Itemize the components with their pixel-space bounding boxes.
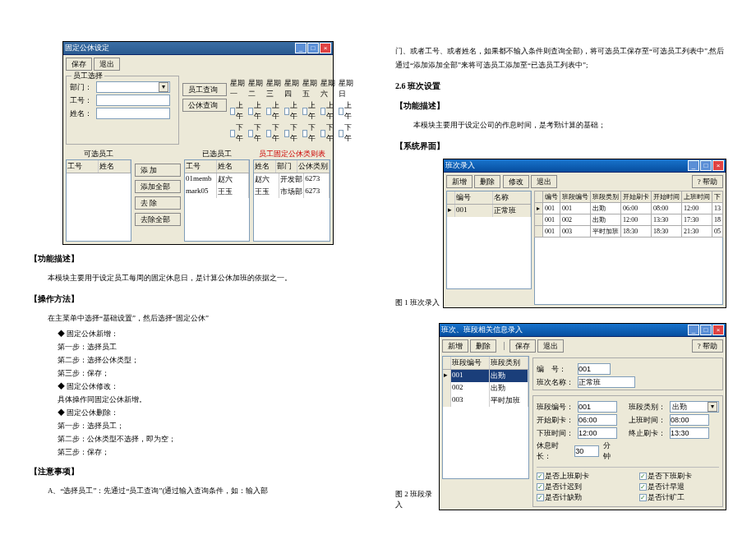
emp-query-button[interactable]: 员工查询 (182, 83, 227, 96)
figure-caption: 图 1 班次录入 (395, 297, 440, 308)
shift-entry-window: 班次录入 _□× 新增 删除 修改 退出 ? 帮助 编号名称 ▸001正 (443, 159, 726, 308)
name-input[interactable] (96, 108, 170, 119)
check-d[interactable]: ✓是否计早退 (639, 482, 685, 492)
start-swipe-input[interactable] (578, 414, 617, 426)
check-c[interactable]: ✓是否计迟到 (537, 482, 582, 492)
check-a[interactable]: ✓是否上班刷卡 (537, 471, 589, 482)
maximize-icon[interactable]: □ (700, 325, 712, 335)
sat-pm[interactable]: 下午 (320, 122, 336, 144)
add-button[interactable]: 新增 (446, 175, 472, 188)
fri-am[interactable]: 上午 (302, 100, 318, 122)
save-button[interactable]: 保存 (66, 58, 92, 71)
check-e[interactable]: ✓是否计缺勤 (537, 492, 582, 503)
delete-button[interactable]: 删除 (474, 175, 500, 188)
selected-list[interactable]: 工号姓名 01memb赵六 mark05王玉 (184, 159, 250, 242)
save-button[interactable]: 保存 (509, 339, 536, 353)
delete-button[interactable]: 删除 (470, 339, 496, 353)
check-b[interactable]: ✓是否下班刷卡 (639, 471, 692, 482)
close-icon[interactable]: × (712, 325, 724, 335)
modify-button[interactable]: 修改 (503, 175, 529, 188)
thu-am[interactable]: 上午 (284, 100, 300, 122)
start-time-input[interactable] (670, 414, 709, 426)
fixed-leave-window: 固定公休设定 _ □ × 保存 退出 员工选择 部门： ▾ 工号： 姓名： (62, 41, 334, 245)
rest-input[interactable] (574, 445, 599, 457)
figure-caption: 图 2 班段录入 (395, 489, 436, 510)
sat-am[interactable]: 上午 (320, 100, 336, 122)
add-button[interactable]: 添 加 (135, 164, 181, 177)
shift-id-input[interactable] (578, 363, 611, 375)
sun-am[interactable]: 上午 (339, 100, 354, 122)
segment-entry-window: 班次、班段相关信息录入 _□× 新增 删除 保存 退出 ? 帮助 (439, 323, 726, 510)
sun-pm[interactable]: 下午 (339, 122, 354, 144)
exit-button[interactable]: 退出 (94, 58, 120, 71)
leave-query-button[interactable]: 公休查询 (182, 99, 227, 112)
check-f[interactable]: ✓是否计旷工 (639, 492, 685, 503)
help-button[interactable]: ? 帮助 (692, 339, 723, 353)
wed-pm[interactable]: 下午 (266, 122, 282, 144)
wed-am[interactable]: 上午 (266, 100, 282, 122)
maximize-icon[interactable]: □ (700, 160, 712, 171)
tue-am[interactable]: 上午 (248, 100, 264, 122)
remove-button[interactable]: 去 除 (135, 196, 181, 210)
chevron-down-icon: ▾ (159, 82, 168, 92)
mon-pm[interactable]: 下午 (230, 122, 246, 144)
add-all-button[interactable]: 添加全部 (135, 180, 181, 193)
minimize-icon[interactable]: _ (688, 160, 699, 171)
dept-combo[interactable]: ▾ (96, 81, 170, 93)
thu-pm[interactable]: 下午 (284, 122, 300, 144)
minimize-icon[interactable]: _ (295, 43, 307, 53)
seg-id-input[interactable] (578, 401, 617, 413)
employee-select-group: 员工选择 部门： ▾ 工号： 姓名： (66, 76, 179, 145)
end-swipe-input[interactable] (670, 427, 709, 439)
shift-name-input[interactable] (578, 376, 635, 388)
minimize-icon[interactable]: _ (688, 325, 699, 335)
result-list[interactable]: 姓名部门公休类别 赵六开发部6273 王玉市场部6273 (253, 159, 330, 242)
candidate-list[interactable]: 工号姓名 (66, 159, 131, 242)
add-button[interactable]: 新增 (442, 339, 468, 353)
section-heading: 【功能描述】 (30, 253, 361, 265)
exit-button[interactable]: 退出 (537, 339, 564, 353)
close-icon[interactable]: × (320, 43, 331, 53)
remove-all-button[interactable]: 去除全部 (135, 213, 181, 226)
tue-pm[interactable]: 下午 (248, 122, 264, 144)
titlebar[interactable]: 固定公休设定 _ □ × (63, 42, 333, 55)
shift-list[interactable]: 编号名称 ▸001正常班 (446, 191, 532, 289)
window-title: 固定公休设定 (65, 43, 109, 53)
end-time-input[interactable] (578, 427, 617, 439)
maximize-icon[interactable]: □ (307, 43, 319, 53)
mon-am[interactable]: 上午 (230, 100, 246, 122)
seg-type-combo[interactable]: 出勤▾ (670, 401, 719, 413)
chevron-down-icon: ▾ (708, 402, 717, 412)
help-button[interactable]: ? 帮助 (692, 175, 723, 188)
exit-button[interactable]: 退出 (531, 175, 557, 188)
close-icon[interactable]: × (712, 160, 724, 171)
empno-input[interactable] (96, 95, 170, 106)
fri-pm[interactable]: 下午 (302, 122, 318, 144)
segment-grid[interactable]: 编号班段编号班段类别开始刷卡开始时间上班时间下 ▸001001出勤06:0008… (534, 191, 723, 238)
segment-list[interactable]: 班段编号班段类别 ▸001出勤 002出勤 003平时加班 (442, 356, 529, 479)
